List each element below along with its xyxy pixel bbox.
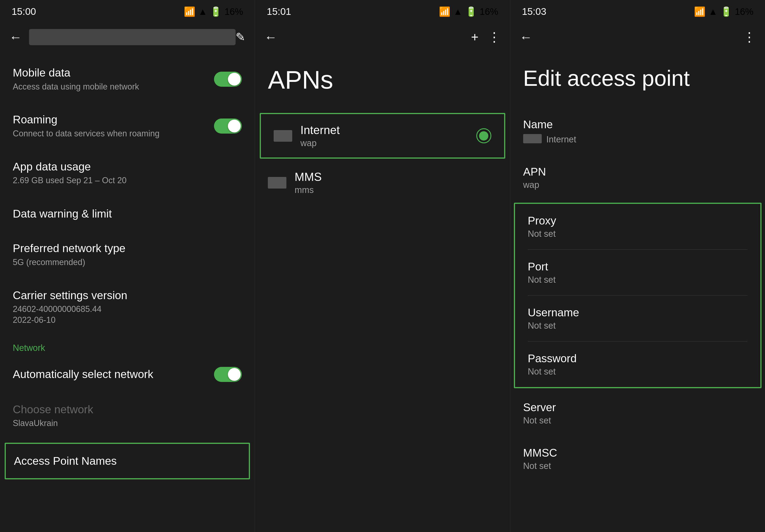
mobile-data-toggle[interactable] bbox=[214, 72, 242, 87]
internet-apn-icon bbox=[274, 130, 292, 142]
username-field[interactable]: Username Not set bbox=[515, 296, 760, 341]
preferred-network-title: Preferred network type bbox=[13, 242, 242, 255]
apns-list: Internet wap MMS mms bbox=[255, 106, 510, 532]
mmsc-field-label: MMSC bbox=[523, 446, 752, 459]
preferred-network-item[interactable]: Preferred network type 5G (recommended) bbox=[0, 231, 255, 278]
name-icon bbox=[523, 134, 542, 143]
app-data-usage-item[interactable]: App data usage 2.69 GB used Sep 21 – Oct… bbox=[0, 149, 255, 196]
proxy-field-label: Proxy bbox=[528, 214, 748, 227]
roaming-item[interactable]: Roaming Connect to data services when ro… bbox=[0, 103, 255, 149]
server-field-label: Server bbox=[523, 401, 752, 414]
carrier-settings-item[interactable]: Carrier settings version 24602-400000006… bbox=[0, 278, 255, 336]
proxy-field-value: Not set bbox=[528, 229, 748, 239]
edit-button-1[interactable]: ✎ bbox=[236, 30, 245, 44]
battery-pct-1: 16% bbox=[225, 7, 243, 17]
time-1: 15:00 bbox=[12, 6, 36, 17]
panel-2: 15:01 📶 ▲ 🔋 16% ← + ⋮ APNs Internet wap bbox=[255, 0, 510, 532]
status-bar-3: 15:03 📶 ▲ 🔋 16% bbox=[510, 0, 765, 23]
access-point-names-title: Access Point Names bbox=[14, 454, 241, 468]
time-2: 15:01 bbox=[267, 6, 291, 17]
choose-network-item[interactable]: Choose network SlavaUkrain bbox=[0, 393, 255, 439]
choose-network-text: Choose network SlavaUkrain bbox=[13, 403, 242, 429]
top-bar-2: ← + ⋮ bbox=[255, 23, 510, 51]
network-section-header: Network bbox=[0, 336, 255, 357]
username-field-value: Not set bbox=[528, 321, 748, 331]
mms-apn-text: MMS mms bbox=[295, 170, 497, 195]
internet-apn-content: Internet wap bbox=[261, 114, 504, 157]
access-point-names-item[interactable]: Access Point Names bbox=[5, 443, 250, 479]
app-data-usage-title: App data usage bbox=[13, 160, 242, 173]
internet-apn-name: Internet bbox=[300, 124, 476, 137]
signal-icon-2: ▲ bbox=[453, 7, 462, 17]
mms-apn-item[interactable]: MMS mms bbox=[255, 161, 510, 204]
carrier-settings-subtitle: 24602-40000000685.44 2022-06-10 bbox=[13, 304, 242, 326]
auto-select-network-toggle[interactable] bbox=[214, 367, 242, 382]
apn-field-value: wap bbox=[523, 180, 752, 190]
mobile-data-item[interactable]: Mobile data Access data using mobile net… bbox=[0, 56, 255, 103]
roaming-text: Roaming Connect to data services when ro… bbox=[13, 113, 214, 139]
mms-apn-name: MMS bbox=[295, 170, 497, 184]
data-warning-title: Data warning & limit bbox=[13, 207, 242, 220]
auto-select-network-title: Automatically select network bbox=[13, 368, 214, 381]
name-field-label: Name bbox=[523, 118, 752, 131]
back-button-3[interactable]: ← bbox=[520, 30, 532, 45]
internet-apn-item[interactable]: Internet wap bbox=[260, 113, 505, 158]
add-apn-button[interactable]: + bbox=[471, 30, 478, 45]
name-field-value: Internet bbox=[546, 134, 576, 144]
signal-icon-3: ▲ bbox=[708, 7, 718, 17]
preferred-network-subtitle: 5G (recommended) bbox=[13, 257, 242, 268]
battery-icon-1: 🔋 bbox=[210, 6, 222, 17]
status-bar-2: 15:01 📶 ▲ 🔋 16% bbox=[255, 0, 510, 23]
carrier-settings-title: Carrier settings version bbox=[13, 289, 242, 302]
mms-apn-sub: mms bbox=[295, 185, 497, 195]
signal-icon-1: ▲ bbox=[198, 7, 208, 17]
wifi-icon-3: 📶 bbox=[694, 6, 706, 17]
proxy-group: Proxy Not set Port Not set Username Not … bbox=[514, 203, 762, 388]
top-bar-3: ← ⋮ bbox=[510, 23, 765, 51]
title-blurred-1: ····· bbox=[29, 29, 236, 45]
more-options-button-2[interactable]: ⋮ bbox=[488, 30, 501, 45]
carrier-settings-text: Carrier settings version 24602-400000006… bbox=[13, 289, 242, 326]
proxy-field[interactable]: Proxy Not set bbox=[515, 204, 760, 249]
password-field-value: Not set bbox=[528, 367, 748, 377]
roaming-subtitle: Connect to data services when roaming bbox=[13, 128, 214, 139]
password-field-label: Password bbox=[528, 352, 748, 365]
edit-access-point-title: Edit access point bbox=[510, 51, 765, 103]
internet-apn-text: Internet wap bbox=[300, 124, 476, 148]
data-warning-item[interactable]: Data warning & limit bbox=[0, 196, 255, 231]
data-warning-text: Data warning & limit bbox=[13, 207, 242, 220]
internet-apn-radio[interactable] bbox=[476, 128, 491, 143]
battery-pct-3: 16% bbox=[735, 7, 753, 17]
auto-select-network-item[interactable]: Automatically select network bbox=[0, 357, 255, 393]
status-bar-1: 15:00 📶 ▲ 🔋 16% bbox=[0, 0, 255, 23]
mmsc-field[interactable]: MMSC Not set bbox=[510, 436, 765, 481]
status-icons-2: 📶 ▲ 🔋 16% bbox=[439, 6, 498, 17]
internet-apn-radio-inner bbox=[479, 131, 488, 140]
apns-title: APNs bbox=[255, 51, 510, 106]
roaming-toggle[interactable] bbox=[214, 119, 242, 133]
back-button-2[interactable]: ← bbox=[264, 30, 277, 45]
back-button-1[interactable]: ← bbox=[9, 30, 22, 45]
internet-apn-sub: wap bbox=[300, 138, 476, 148]
mobile-data-subtitle: Access data using mobile network bbox=[13, 82, 214, 92]
name-field[interactable]: Name Internet bbox=[510, 108, 765, 155]
app-data-usage-subtitle: 2.69 GB used Sep 21 – Oct 20 bbox=[13, 175, 242, 186]
panel-1: 15:00 📶 ▲ 🔋 16% ← ····· ✎ Mobile data Ac… bbox=[0, 0, 255, 532]
password-field[interactable]: Password Not set bbox=[515, 342, 760, 387]
panel-3: 15:03 📶 ▲ 🔋 16% ← ⋮ Edit access point Na… bbox=[510, 0, 765, 532]
status-icons-3: 📶 ▲ 🔋 16% bbox=[694, 6, 753, 17]
top-bar-actions-2: + ⋮ bbox=[471, 30, 501, 45]
more-options-button-3[interactable]: ⋮ bbox=[743, 30, 756, 45]
apn-field-label: APN bbox=[523, 165, 752, 178]
server-field-value: Not set bbox=[523, 415, 752, 425]
port-field[interactable]: Port Not set bbox=[515, 250, 760, 295]
server-field[interactable]: Server Not set bbox=[510, 391, 765, 436]
wifi-icon-2: 📶 bbox=[439, 6, 450, 17]
battery-icon-3: 🔋 bbox=[720, 6, 732, 17]
mmsc-field-value: Not set bbox=[523, 461, 752, 471]
edit-fields-list: Name Internet APN wap Proxy Not set Port… bbox=[510, 103, 765, 532]
apn-field[interactable]: APN wap bbox=[510, 155, 765, 200]
top-bar-1: ← ····· ✎ bbox=[0, 23, 255, 51]
mobile-data-text: Mobile data Access data using mobile net… bbox=[13, 66, 214, 92]
battery-icon-2: 🔋 bbox=[465, 6, 477, 17]
